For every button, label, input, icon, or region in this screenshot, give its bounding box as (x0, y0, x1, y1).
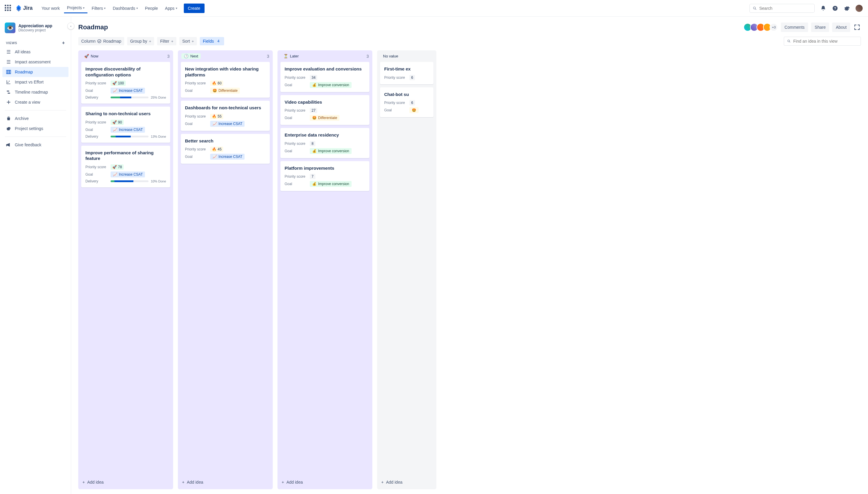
sidebar-item-roadmap[interactable]: Roadmap (2, 67, 69, 77)
idea-card[interactable]: Enterprise data residencyPriority score8… (281, 128, 369, 158)
comments-button[interactable]: Comments (781, 22, 808, 32)
priority-label: Priority score (185, 81, 210, 85)
delivery-progress-bar (111, 136, 148, 137)
notifications-icon[interactable] (819, 4, 827, 12)
avatar-more[interactable]: +3 (770, 23, 778, 32)
add-idea-button[interactable]: +Add idea (277, 477, 372, 488)
search-input[interactable] (759, 6, 811, 11)
global-search[interactable] (749, 4, 815, 13)
goal-chip: 📈Increase CSAT (111, 171, 145, 177)
avatar-stack[interactable]: +3 (745, 23, 778, 32)
about-button[interactable]: About (832, 22, 850, 32)
find-idea-input[interactable] (793, 39, 857, 43)
sidebar-item-archive[interactable]: Archive (2, 113, 69, 124)
idea-card[interactable]: Improve evaluation and conversionsPriori… (281, 62, 369, 92)
sidebar-item-project-settings[interactable]: Project settings (2, 124, 69, 134)
idea-card[interactable]: First-time exPriority score6 (380, 62, 433, 84)
delivery-label: Delivery (85, 179, 111, 183)
sidebar-item-all-ideas[interactable]: All ideas (2, 47, 69, 57)
nav-people[interactable]: People (142, 3, 161, 13)
sidebar-item-impact-vs-effort[interactable]: Impact vs Effort (2, 77, 69, 87)
project-type: Discovery project (18, 28, 52, 32)
card-title: Dashboards for non-technical users (185, 105, 266, 111)
app-switcher-icon[interactable] (5, 5, 12, 12)
nav-filters[interactable]: Filters▾ (89, 3, 109, 13)
user-avatar[interactable] (855, 4, 863, 13)
column-count: 3 (167, 54, 169, 59)
priority-label: Priority score (384, 101, 410, 105)
page-title: Roadmap (78, 23, 108, 31)
add-idea-button[interactable]: +Add idea (78, 477, 173, 488)
idea-card[interactable]: Improve discoverability of configuration… (81, 62, 170, 104)
idea-card[interactable]: Sharing to non-technical usersPriority s… (81, 107, 170, 143)
nav-apps[interactable]: Apps▾ (162, 3, 180, 13)
board-column-now: 🚀Now3Improve discoverability of configur… (78, 50, 173, 489)
card-title: Platform improvements (285, 165, 365, 171)
nav-your-work[interactable]: Your work (38, 3, 63, 13)
card-title: Improve discoverability of configuration… (85, 66, 166, 78)
column-header-chip[interactable]: No value (381, 53, 400, 59)
idea-card[interactable]: Chat-bot suPriority score6Goal🤩 (380, 88, 433, 118)
sidebar-item-create-view[interactable]: Create a view (2, 97, 69, 107)
svg-point-8 (9, 81, 10, 82)
goal-label: Goal (285, 83, 310, 87)
goal-chip: 📈Increase CSAT (210, 154, 245, 159)
column-header-chip[interactable]: ⏳Later (281, 53, 301, 59)
nav-dashboards[interactable]: Dashboards▾ (110, 3, 141, 13)
goal-chip: 💰Improve conversion (310, 181, 351, 187)
sort-button[interactable]: Sort+ (179, 37, 197, 45)
board-column-later: ⏳Later3Improve evaluation and conversion… (277, 50, 372, 489)
column-header-chip[interactable]: 🕑Next (181, 53, 201, 59)
fields-button[interactable]: Fields4 (200, 37, 224, 45)
chevron-down-icon: ▾ (83, 6, 85, 10)
svg-text:?: ? (834, 6, 836, 10)
priority-label: Priority score (384, 76, 410, 80)
priority-chip: 🚀100 (111, 80, 126, 86)
priority-chip: 6 (410, 75, 415, 80)
svg-point-12 (788, 40, 790, 42)
plus-icon: + (182, 480, 184, 484)
project-icon: 👁️ (5, 22, 15, 33)
help-icon[interactable]: ? (831, 4, 839, 12)
column-count: 3 (267, 54, 269, 59)
settings-icon[interactable] (843, 4, 851, 12)
fullscreen-icon[interactable] (853, 23, 861, 31)
priority-chip: 27 (310, 108, 317, 113)
idea-card[interactable]: Better searchPriority score🔥45Goal📈Incre… (181, 134, 270, 164)
sidebar-item-impact-assessment[interactable]: Impact assessment (2, 57, 69, 67)
priority-chip: 8 (310, 141, 315, 146)
group-by-button[interactable]: Group by+ (127, 37, 154, 45)
idea-card[interactable]: New integration with video sharing platf… (181, 62, 270, 98)
column-selector[interactable]: Column Roadmap (78, 37, 124, 45)
card-title: Chat-bot su (384, 92, 429, 97)
nav-projects[interactable]: Projects▾ (64, 3, 88, 13)
create-button[interactable]: Create (184, 3, 204, 13)
jira-logo[interactable]: Jira (15, 5, 33, 12)
plus-icon: + (171, 39, 174, 43)
filter-button[interactable]: Filter+ (157, 37, 176, 45)
add-view-icon[interactable]: + (62, 40, 65, 45)
idea-card[interactable]: Dashboards for non-technical usersPriori… (181, 101, 270, 131)
share-button[interactable]: Share (811, 22, 829, 32)
idea-card[interactable]: Video capabilitiesPriority score27Goal🤩D… (281, 95, 369, 125)
main-content: Roadmap +3 Comments Share About (71, 17, 868, 494)
goal-chip: 🤩Differentiate (210, 88, 240, 94)
find-idea-search[interactable] (784, 37, 861, 45)
collapse-sidebar-button[interactable]: ‹ (67, 22, 74, 30)
priority-chip: 🔥45 (210, 147, 223, 152)
delivery-percent: 13% Done (151, 135, 166, 138)
add-idea-button[interactable]: +Add idea (178, 477, 273, 488)
idea-card[interactable]: Platform improvementsPriority score7Goal… (281, 161, 369, 191)
column-label: Next (190, 54, 198, 58)
column-header-chip[interactable]: 🚀Now (82, 53, 101, 59)
delivery-percent: 10% Done (151, 179, 166, 183)
column-emoji-icon: 🚀 (84, 54, 89, 58)
goal-chip: 📈Increase CSAT (111, 127, 145, 133)
sidebar-item-give-feedback[interactable]: Give feedback (2, 140, 69, 150)
delivery-label: Delivery (85, 134, 111, 139)
add-idea-button[interactable]: +Add idea (377, 477, 436, 488)
project-header[interactable]: 👁️ Appreciation app Discovery project (2, 22, 69, 38)
card-title: New integration with video sharing platf… (185, 66, 266, 78)
idea-card[interactable]: Improve performance of sharing featurePr… (81, 146, 170, 188)
sidebar-item-timeline-roadmap[interactable]: Timeline roadmap (2, 87, 69, 97)
